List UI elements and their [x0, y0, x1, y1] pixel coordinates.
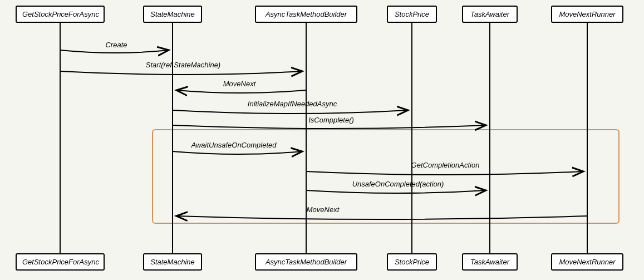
- participant-bottom-1: GetStockPriceForAsync: [16, 253, 105, 271]
- msg-create: Create: [105, 41, 127, 49]
- participant-bottom-4: StockPrice: [387, 253, 437, 271]
- lifeline-4: [411, 19, 412, 256]
- msg-iscomplete: IsCompplete(): [308, 116, 354, 124]
- participant-top-4: StockPrice: [387, 6, 437, 23]
- msg-unsafeoncompleted: UnsafeOnCompleted(action): [352, 180, 444, 188]
- msg-awaitunsafe: AwaitUnsafeOnCompleted: [191, 141, 277, 149]
- sequence-diagram: Create Start(ref StateMachine) MoveNext …: [0, 0, 644, 280]
- msg-start: Start(ref StateMachine): [146, 61, 220, 69]
- lifeline-2: [172, 19, 173, 256]
- lifeline-6: [587, 19, 588, 256]
- lifeline-1: [60, 19, 61, 256]
- msg-init-map: InitializeMapIfNeededAsync: [248, 100, 337, 108]
- lifeline-5: [489, 19, 490, 256]
- participant-top-1: GetStockPriceForAsync: [16, 6, 105, 23]
- msg-movenext-1: MoveNext: [223, 80, 256, 88]
- participant-top-3: AsyncTaskMethodBuilder: [255, 6, 357, 23]
- msg-movenext-2: MoveNext: [307, 205, 340, 214]
- participant-bottom-2: StateMachine: [143, 253, 202, 271]
- participant-bottom-3: AsyncTaskMethodBuilder: [255, 253, 357, 271]
- participant-bottom-6: MoveNextRunner: [551, 253, 623, 271]
- participant-top-2: StateMachine: [143, 6, 202, 23]
- participant-top-6: MoveNextRunner: [551, 6, 623, 23]
- msg-getcompletion: GetCompletionAction: [411, 161, 480, 169]
- participant-top-5: TaskAwaiter: [462, 6, 518, 23]
- lifeline-3: [306, 19, 307, 256]
- participant-bottom-5: TaskAwaiter: [462, 253, 518, 271]
